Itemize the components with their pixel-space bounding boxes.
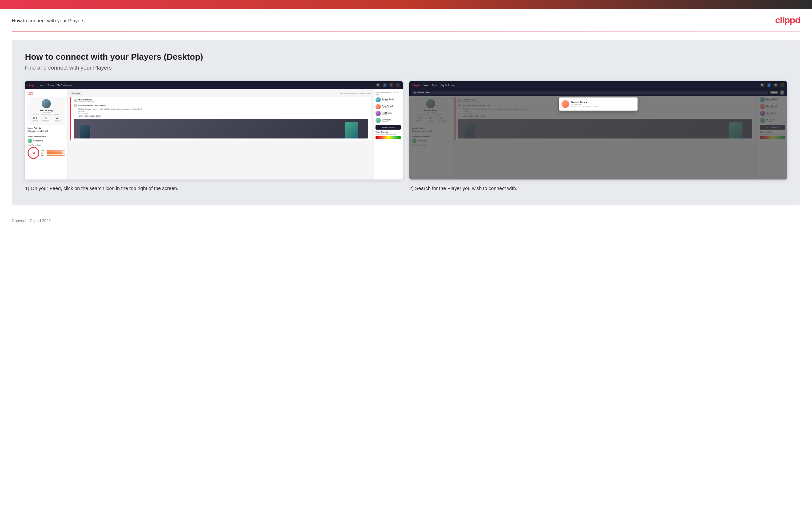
- top-bar: [0, 0, 812, 9]
- mini-search-query: Marcus Turner: [418, 92, 430, 93]
- mini-clear-btn[interactable]: CLEAR: [770, 91, 778, 94]
- mini-following-label: Following: [53, 120, 60, 122]
- mini-latest-activity-label: Latest Activity: [28, 127, 64, 129]
- mini-app-2: clippd Home Teams My Performance 🔍 👤 ⚙: [409, 81, 787, 179]
- mini-control-link: Control who can see your activity and da…: [340, 92, 371, 94]
- mini-result-club: Cypress Point Club, United Kingdom: [571, 105, 598, 107]
- search-glass-icon: 🔍: [414, 92, 416, 94]
- mini-followers-num: 3: [42, 117, 49, 120]
- mini-activity-user-avatar: [74, 99, 77, 102]
- mini-activity-user-info: Richard Butler Yesterday - The Grove: [78, 99, 95, 103]
- user-icon-mini-2: 👤: [767, 83, 771, 87]
- mini-result-item: Marcus Turner 1-5 Handicap Cypress Point…: [562, 100, 635, 108]
- mini-heatmap-bar: [376, 136, 401, 139]
- mini-activity-photo: [74, 119, 368, 138]
- mini-search-result-dropdown: Marcus Turner 1-5 Handicap Cypress Point…: [559, 97, 637, 111]
- mini-player-avatar-3: [376, 111, 381, 116]
- mini-team-dashboard-btn: Team Dashboard: [376, 125, 401, 130]
- mini-right-panel: Most Active Players - Last 30 days Richa…: [373, 89, 403, 179]
- mini-quality-row: 84 OTT 79 APP: [28, 147, 64, 159]
- screenshots-row: clippd Home Teams My Performance 🔍 👤 ⚙: [25, 81, 787, 192]
- mini-following-num: 4: [53, 117, 60, 120]
- settings-icon-mini: ⚙: [389, 83, 393, 87]
- mini-player-acts-2: Activities: 4: [382, 107, 392, 109]
- mini-bar-arg: ARG 84: [41, 155, 64, 156]
- header: How to connect with your Players clippd: [0, 9, 812, 32]
- mini-player-info-1: Richard Butler Activities: 7: [382, 98, 394, 102]
- mini-activity-title: Pre Tournament Course Walk: [78, 104, 106, 106]
- search-icon-mini: 🔍: [376, 83, 380, 87]
- mini-player-name-4: Eli Vincent: [382, 119, 391, 121]
- mini-duration-value: 02 hr : 00 min: [78, 113, 368, 115]
- mini-profile-card: Blair McHarg Golf Coach Mill Ride Golf C…: [28, 97, 64, 125]
- mini-nav-icons: 🔍 👤 ⚙: [376, 83, 400, 87]
- mini-player-acts-1: Activities: 7: [382, 100, 394, 102]
- mini-activity-desc: Walking the course with my coach to buil…: [78, 108, 368, 110]
- photo-figure-1: [345, 122, 358, 138]
- mini-search-input[interactable]: 🔍 Marcus Turner: [412, 91, 768, 94]
- mini-activity-card: Richard Butler Yesterday - The Grove Pre…: [70, 97, 371, 140]
- mini-player-name-1: Richard Butler: [382, 98, 394, 100]
- photo-figure-2: [80, 125, 90, 138]
- mini-following-row: Following ▾ Control who can see your act…: [70, 92, 371, 95]
- mini-dropdown-arrow: ▾: [64, 140, 64, 142]
- mini-player-info-3: Hiral Pujara Activities: 3: [382, 112, 392, 116]
- mini-tag-ott: OTT: [78, 115, 83, 118]
- mini-player-avatar-2: [376, 104, 381, 109]
- mini-activity-tags: OTT APP ARG PUTT: [78, 115, 368, 118]
- mini-heatmap-title: Team Heatmap: [376, 131, 401, 133]
- mini-activity-name-row: Pre Tournament Course Walk: [74, 104, 368, 107]
- mini-player-sel-avatar: [28, 138, 32, 143]
- mini-app-1: clippd Home Teams My Performance 🔍 👤 ⚙: [25, 81, 403, 179]
- mini-profile-name: Blair McHarg: [30, 109, 63, 112]
- main-title: How to connect with your Players (Deskto…: [25, 52, 787, 62]
- mini-left-panel: Feed Blair McHarg Golf Coach Mill Ride G…: [25, 89, 67, 179]
- mini-player-performance-label: Player Performance: [28, 135, 64, 137]
- mini-logo-2: clippd: [412, 84, 420, 87]
- mini-player-avatar-4: [376, 118, 381, 123]
- copyright-text: Copyright Clippd 2022: [12, 219, 51, 223]
- mini-result-info: Marcus Turner 1-5 Handicap Cypress Point…: [571, 101, 598, 107]
- mini-player-dropdown-row: Eli Vincent ▾: [28, 138, 64, 143]
- mini-body-1: Feed Blair McHarg Golf Coach Mill Ride G…: [25, 89, 403, 179]
- mini-player-sel-name: Eli Vincent: [34, 140, 43, 142]
- mini-followers-label: Followers: [42, 120, 49, 122]
- mini-nav-icons-2: 🔍 👤 ⚙: [760, 83, 784, 87]
- footer: Copyright Clippd 2022: [0, 213, 812, 228]
- mini-player-name-2: Piers Parnell: [382, 105, 392, 107]
- mini-center-panel: Following ▾ Control who can see your act…: [67, 89, 373, 179]
- mini-nav-home: Home: [39, 84, 44, 86]
- mini-following-btn: Following ▾: [70, 92, 83, 95]
- mini-quality-score: 84: [28, 147, 39, 159]
- mini-stat-following: 4 Following: [53, 117, 60, 122]
- mini-player-name-3: Hiral Pujara: [382, 112, 392, 114]
- mini-player-acts-3: Activities: 3: [382, 114, 392, 116]
- page-title: How to connect with your Players: [12, 18, 85, 23]
- mini-result-name: Marcus Turner: [571, 101, 598, 103]
- mini-feed-tab: Feed: [28, 92, 33, 95]
- screenshot-frame-2: clippd Home Teams My Performance 🔍 👤 ⚙: [409, 81, 787, 179]
- mini-activities-num: 129: [32, 117, 38, 120]
- mini-stats-row: 129 Activities 3 Followers 4: [30, 117, 63, 122]
- avatar-mini-2: [780, 83, 784, 87]
- mini-player-avatar-1: [376, 97, 381, 102]
- mini-nav-1: clippd Home Teams My Performance 🔍 👤 ⚙: [25, 81, 403, 89]
- mini-tag-arg: ARG: [90, 115, 95, 118]
- user-icon-mini: 👤: [382, 83, 387, 87]
- mini-quality-bars: OTT 79 APP 70: [40, 150, 64, 156]
- mini-heatmap-sub: Player Quality - 20 Round Trend: [376, 134, 401, 135]
- screenshot-block-2: clippd Home Teams My Performance 🔍 👤 ⚙: [409, 81, 787, 192]
- mini-stat-followers: 3 Followers: [42, 117, 49, 122]
- mini-bar-ott: OTT 79: [41, 150, 64, 152]
- mini-activity-type-icon: [74, 104, 77, 107]
- main-content: How to connect with your Players (Deskto…: [12, 40, 800, 205]
- screenshot-frame-1: clippd Home Teams My Performance 🔍 👤 ⚙: [25, 81, 403, 179]
- mini-nav-teams: Teams: [48, 84, 54, 86]
- mini-stat-activities: 129 Activities: [32, 117, 38, 122]
- mini-nav-2: clippd Home Teams My Performance 🔍 👤 ⚙: [409, 81, 787, 89]
- mini-close-btn[interactable]: ×: [780, 90, 784, 95]
- mini-result-avatar: [562, 100, 569, 108]
- mini-player-item-2: Piers Parnell Activities: 4: [376, 104, 401, 109]
- mini-activity-user-sub: Yesterday - The Grove: [78, 101, 95, 103]
- mini-player-info-2: Piers Parnell Activities: 4: [382, 105, 392, 109]
